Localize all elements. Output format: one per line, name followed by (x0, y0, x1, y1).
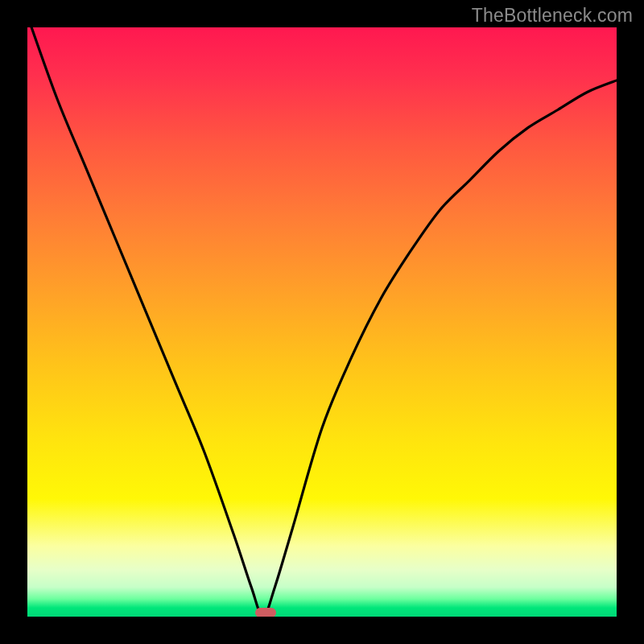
watermark-text: TheBottleneck.com (472, 5, 633, 27)
bottleneck-curve (27, 27, 617, 617)
optimal-point-marker (255, 608, 276, 617)
plot-area (27, 27, 617, 617)
chart-frame: TheBottleneck.com (0, 0, 644, 644)
